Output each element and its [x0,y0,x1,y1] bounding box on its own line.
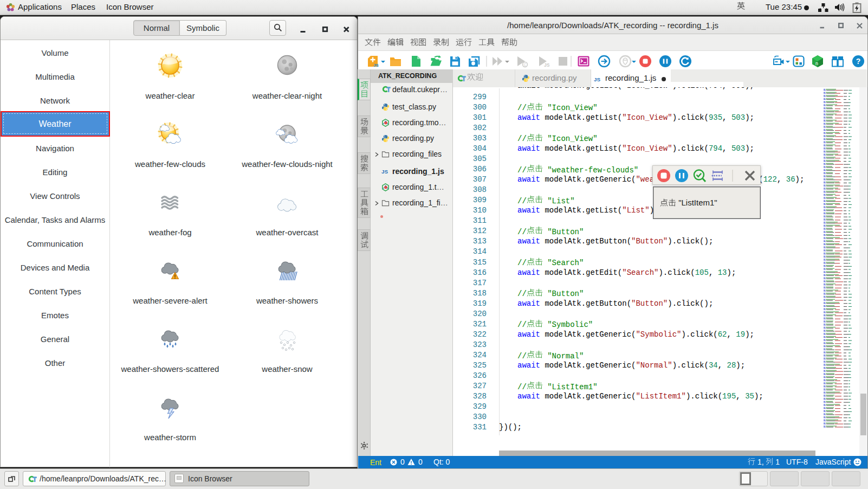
svg-text:JS: JS [594,76,600,82]
svg-text:JS: JS [381,169,388,175]
